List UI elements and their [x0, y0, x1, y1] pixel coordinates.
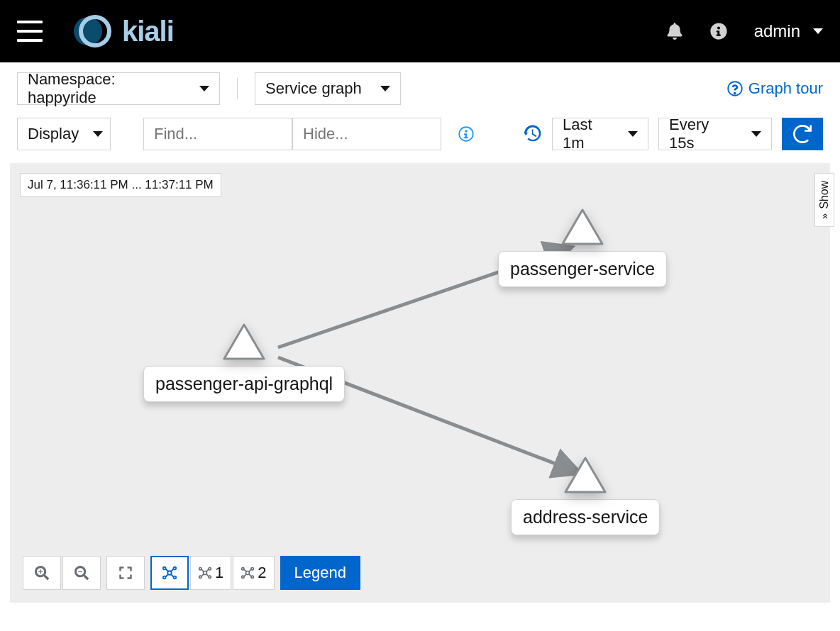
caret-down-icon: [199, 86, 209, 91]
refresh-icon: [793, 125, 812, 143]
svg-point-24: [251, 568, 253, 570]
kiali-logo-icon: [74, 12, 112, 50]
zoom-in-icon: [35, 566, 49, 580]
hide-input[interactable]: [292, 118, 441, 150]
time-range-label: Last 1m: [563, 116, 614, 152]
service-node-address-service[interactable]: address-service: [511, 455, 660, 535]
svg-line-30: [249, 574, 251, 576]
graph-canvas[interactable]: Jul 7, 11:36:11 PM ... 11:37:11 PM » Sho…: [10, 163, 830, 603]
caret-down-icon: [751, 131, 761, 137]
caret-down-icon: [813, 28, 823, 34]
svg-point-8: [174, 576, 177, 579]
svg-line-11: [166, 574, 169, 577]
svg-line-20: [201, 574, 204, 576]
layout-2-button[interactable]: 2: [233, 556, 274, 590]
zoom-out-button[interactable]: [62, 556, 101, 590]
svg-line-27: [244, 569, 246, 571]
layout-default-button[interactable]: [150, 556, 189, 590]
legend-button[interactable]: Legend: [280, 556, 360, 590]
fit-to-screen-button[interactable]: [106, 556, 145, 590]
service-node-source[interactable]: passenger-api-graphql: [143, 322, 345, 402]
topology-icon: [241, 566, 255, 580]
zoom-in-button[interactable]: [23, 556, 61, 590]
user-menu[interactable]: admin: [754, 21, 823, 41]
chevrons-icon: »: [819, 213, 830, 219]
refresh-interval-dropdown[interactable]: Every 15s: [658, 118, 772, 150]
graph-controls: 1 2 Legend: [23, 556, 360, 590]
svg-point-15: [209, 568, 211, 570]
namespace-dropdown[interactable]: Namespace: happyride: [17, 72, 220, 105]
time-range-badge: Jul 7, 11:36:11 PM ... 11:37:11 PM: [20, 173, 221, 197]
caret-down-icon: [380, 86, 390, 91]
service-node-label: address-service: [511, 499, 660, 535]
svg-line-28: [249, 569, 251, 571]
history-icon[interactable]: [524, 125, 542, 143]
help-icon[interactable]: [710, 23, 727, 40]
layout-2-label: 2: [258, 564, 266, 582]
graph-tour-text: Graph tour: [748, 79, 823, 98]
refresh-button[interactable]: [782, 118, 823, 150]
svg-point-7: [163, 576, 166, 579]
svg-point-14: [199, 568, 201, 570]
question-circle-icon: [727, 81, 743, 96]
find-input[interactable]: [143, 118, 292, 150]
masthead: kiali admin: [0, 0, 840, 62]
topology-icon: [162, 565, 177, 581]
service-node-label: passenger-service: [498, 251, 667, 287]
graph-type-dropdown[interactable]: Service graph: [255, 72, 401, 105]
svg-line-9: [166, 569, 169, 572]
svg-line-29: [244, 574, 246, 576]
caret-down-icon: [93, 131, 103, 137]
graph-edges: [10, 163, 830, 603]
topology-icon: [198, 566, 212, 580]
show-side-panel-toggle[interactable]: » Show: [814, 173, 834, 227]
svg-line-19: [206, 569, 209, 571]
refresh-interval-label: Every 15s: [669, 116, 737, 152]
namespace-label: Namespace: happyride: [28, 70, 185, 107]
svg-point-16: [199, 576, 201, 578]
divider: [237, 78, 238, 99]
find-field[interactable]: [154, 125, 282, 143]
brand-text: kiali: [122, 17, 174, 45]
svg-point-5: [163, 567, 166, 570]
user-name: admin: [754, 21, 800, 41]
svg-point-26: [251, 576, 253, 578]
graph-tour-link[interactable]: Graph tour: [727, 79, 823, 98]
show-label: Show: [818, 181, 831, 209]
svg-line-18: [201, 569, 204, 571]
caret-down-icon: [628, 131, 638, 137]
zoom-out-icon: [74, 566, 89, 580]
expand-icon: [118, 566, 133, 580]
svg-point-25: [242, 576, 244, 578]
svg-line-10: [171, 569, 174, 572]
brand-logo: kiali: [74, 12, 174, 50]
svg-point-17: [209, 576, 211, 578]
layout-1-button[interactable]: 1: [190, 556, 231, 590]
info-circle-icon[interactable]: [458, 126, 474, 142]
svg-line-21: [206, 574, 209, 576]
service-node-passenger-service[interactable]: passenger-service: [498, 207, 667, 287]
time-range-dropdown[interactable]: Last 1m: [552, 118, 648, 150]
graph-type-label: Service graph: [265, 79, 362, 98]
hide-field[interactable]: [303, 125, 431, 143]
legend-label: Legend: [294, 564, 346, 582]
svg-line-12: [171, 574, 174, 577]
display-label: Display: [28, 125, 79, 143]
bell-icon[interactable]: [666, 23, 683, 40]
display-dropdown[interactable]: Display: [17, 118, 111, 150]
service-node-label: passenger-api-graphql: [143, 366, 345, 402]
layout-1-label: 1: [215, 564, 223, 582]
hamburger-icon[interactable]: [17, 21, 43, 42]
svg-point-23: [242, 568, 244, 570]
svg-point-6: [174, 567, 177, 570]
